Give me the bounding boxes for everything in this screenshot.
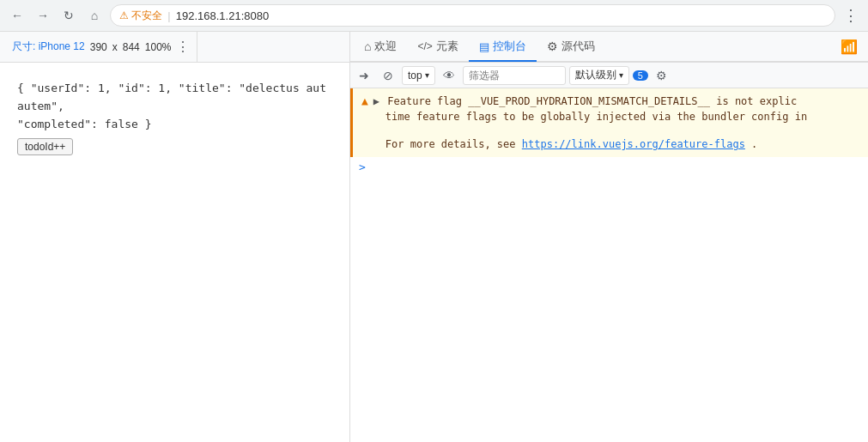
block-button[interactable]: ⊘ (378, 65, 398, 86)
devtools-panel: ⌂ 欢迎 </> 元素 ▤ 控制台 ⚙ 源代码 📶 (350, 32, 868, 442)
warning-block: ▲ ▶ Feature flag __VUE_PROD_HYDRATION_MI… (350, 88, 868, 157)
eye-icon: 👁 (443, 69, 455, 82)
tab-console-label: 控制台 (493, 39, 526, 54)
top-label: top (408, 70, 422, 82)
devtools-tabs: ⌂ 欢迎 </> 元素 ▤ 控制台 ⚙ 源代码 📶 (350, 32, 868, 63)
device-name: 尺寸: iPhone 12 (12, 39, 85, 54)
warning-line1: Feature flag __VUE_PROD_HYDRATION_MISMAT… (387, 95, 797, 107)
level-label: 默认级别 (575, 68, 616, 82)
clear-console-button[interactable]: ➜ (354, 65, 374, 86)
top-selector[interactable]: top ▾ (402, 66, 435, 85)
warning-link[interactable]: https://link.vuejs.org/feature-flags (522, 138, 745, 150)
browser-toolbar: ← → ↻ ⌂ ⚠ 不安全 | 192.168.1.21:8080 ⋮ (0, 0, 868, 31)
tab-sources[interactable]: ⚙ 源代码 (537, 33, 605, 62)
device-zoom: 100% (145, 41, 172, 53)
address-bar[interactable]: ⚠ 不安全 | 192.168.1.21:8080 (110, 4, 835, 27)
x-separator: x (112, 41, 118, 53)
eye-button[interactable]: 👁 (439, 65, 459, 86)
badge-count: 5 (633, 70, 648, 81)
expand-triangle[interactable]: ▶ (373, 95, 379, 107)
more-options-button[interactable]: ⋮ (841, 5, 861, 26)
wifi-area: 📶 (834, 39, 865, 55)
main-layout: 尺寸: iPhone 12 390 x 844 100% ⋮ { "userId… (0, 32, 868, 442)
tab-sources-label: 源代码 (561, 39, 595, 54)
device-toolbar: 尺寸: iPhone 12 390 x 844 100% ⋮ (0, 32, 349, 63)
wifi-icon: 📶 (834, 39, 865, 55)
level-dropdown-icon: ▾ (619, 70, 623, 80)
sources-icon: ⚙ (547, 39, 558, 53)
tab-elements-label: 元素 (436, 39, 458, 54)
address-text: 192.168.1.21:8080 (176, 9, 269, 22)
top-dropdown-icon: ▾ (425, 70, 429, 80)
console-toolbar: ➜ ⊘ top ▾ 👁 默认级别 ▾ 5 ⚙ (350, 63, 868, 88)
device-width: 390 (90, 41, 107, 53)
forward-button[interactable]: → (33, 5, 53, 26)
mobile-preview: { "userId": 1, "id": 1, "title": "delect… (0, 63, 350, 173)
tab-welcome-label: 欢迎 (374, 39, 397, 54)
home-button[interactable]: ⌂ (84, 5, 105, 26)
clear-icon: ➜ (359, 69, 369, 82)
device-info: 尺寸: iPhone 12 390 x 844 100% ⋮ (5, 32, 197, 62)
elements-icon: </> (417, 40, 432, 52)
warning-line2: time feature flags to be globally inject… (373, 111, 807, 123)
browser-chrome: ← → ↻ ⌂ ⚠ 不安全 | 192.168.1.21:8080 ⋮ (0, 0, 868, 32)
warning-link-suffix: . (751, 138, 757, 150)
gear-icon: ⚙ (656, 69, 667, 82)
refresh-button[interactable]: ↻ (58, 5, 79, 26)
device-height: 844 (123, 41, 140, 53)
welcome-icon: ⌂ (364, 39, 371, 53)
level-selector[interactable]: 默认级别 ▾ (569, 66, 629, 85)
tab-console[interactable]: ▤ 控制台 (469, 33, 537, 62)
todoid-button[interactable]: todoId++ (17, 138, 73, 155)
back-button[interactable]: ← (7, 5, 27, 26)
settings-button[interactable]: ⚙ (652, 65, 672, 86)
security-warning: ⚠ 不安全 (119, 9, 162, 23)
console-icon: ▤ (479, 40, 489, 53)
console-output: ▲ ▶ Feature flag __VUE_PROD_HYDRATION_MI… (350, 88, 868, 442)
todo-content: { "userId": 1, "id": 1, "title": "delect… (17, 80, 332, 133)
warning-content: ▶ Feature flag __VUE_PROD_HYDRATION_MISM… (373, 94, 807, 152)
tab-elements[interactable]: </> 元素 (407, 33, 468, 62)
warning-icon: ▲ (361, 94, 368, 107)
tab-welcome[interactable]: ⌂ 欢迎 (354, 33, 407, 62)
device-more-button[interactable]: ⋮ (176, 39, 190, 55)
block-icon: ⊘ (383, 69, 393, 82)
console-arrow[interactable]: > (350, 157, 868, 177)
left-panel: 尺寸: iPhone 12 390 x 844 100% ⋮ { "userId… (0, 32, 350, 442)
warning-line3: For more details, see (373, 138, 522, 150)
filter-input[interactable] (463, 66, 566, 85)
